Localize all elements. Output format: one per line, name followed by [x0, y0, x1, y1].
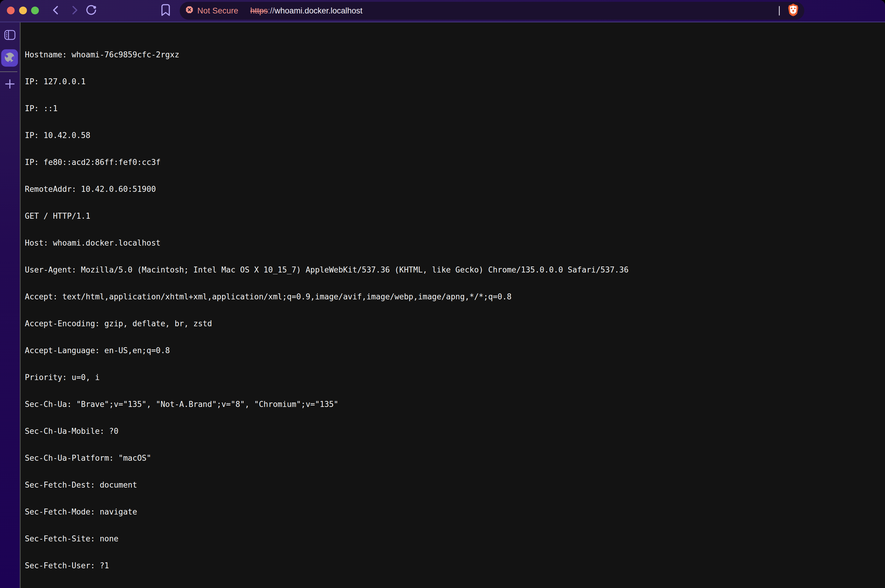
response-line: IP: ::1	[25, 104, 879, 113]
brave-shields-button[interactable]	[787, 4, 799, 18]
response-line: Sec-Fetch-User: ?1	[25, 561, 879, 570]
response-line: RemoteAddr: 10.42.0.60:51900	[25, 184, 879, 194]
new-tab-button[interactable]	[0, 78, 20, 91]
not-secure-octagon-icon	[186, 6, 193, 15]
response-line: Accept-Encoding: gzip, deflate, br, zstd	[25, 319, 879, 328]
reload-button[interactable]	[85, 4, 98, 17]
url-colon: :	[268, 6, 270, 15]
security-badge[interactable]: Not Secure	[186, 6, 238, 15]
response-line: Sec-Ch-Ua-Platform: "macOS"	[25, 453, 879, 462]
url-bar[interactable]: Not Secure https://whoami.docker.localho…	[180, 2, 804, 20]
response-line: Sec-Ch-Ua-Mobile: ?0	[25, 427, 879, 436]
response-line: IP: fe80::acd2:86ff:fef0:cc3f	[25, 158, 879, 167]
response-line: Sec-Ch-Ua: "Brave";v="135", "Not-A.Brand…	[25, 400, 879, 409]
sidebar	[0, 22, 20, 588]
response-line: Host: whoami.docker.localhost	[25, 238, 879, 248]
sidebar-separator	[0, 71, 17, 72]
response-line: Sec-Fetch-Site: none	[25, 534, 879, 543]
response-line: IP: 10.42.0.58	[25, 131, 879, 140]
whoami-response-text: Hostname: whoami-76c9859cfc-2rgxz IP: 12…	[21, 23, 885, 588]
reload-icon	[85, 4, 97, 17]
url-text[interactable]: https://whoami.docker.localhost	[250, 6, 362, 15]
response-line: Sec-Fetch-Mode: navigate	[25, 507, 879, 516]
chevron-right-icon	[69, 5, 79, 16]
response-line: User-Agent: Mozilla/5.0 (Macintosh; Inte…	[25, 266, 879, 274]
plus-icon	[5, 79, 15, 90]
response-line: Sec-Fetch-Dest: document	[25, 480, 879, 489]
url-bar-divider	[779, 6, 780, 15]
not-secure-label: Not Secure	[197, 6, 238, 15]
globe-favicon-icon	[4, 52, 15, 64]
response-line: GET / HTTP/1.1	[25, 212, 879, 220]
traffic-light-close-button[interactable]	[7, 7, 15, 14]
sidebar-active-tab[interactable]	[1, 49, 18, 67]
sidebar-panel-toggle-button[interactable]	[0, 29, 20, 42]
traffic-light-zoom-button[interactable]	[31, 7, 39, 14]
response-line: Accept: text/html,application/xhtml+xml,…	[25, 292, 879, 301]
url-host: whoami.docker.localhost	[275, 6, 362, 15]
response-line: Accept-Language: en-US,en;q=0.8	[25, 346, 879, 355]
forward-button[interactable]	[68, 4, 81, 17]
page-content: Hostname: whoami-76c9859cfc-2rgxz IP: 12…	[21, 23, 885, 588]
chevron-left-icon	[51, 5, 61, 16]
back-button[interactable]	[50, 4, 63, 17]
brave-lion-icon	[787, 3, 799, 18]
response-line: IP: 127.0.0.1	[25, 77, 879, 86]
bookmarks-panel-button[interactable]	[158, 4, 173, 18]
url-slashes: //	[270, 6, 275, 15]
browser-toolbar: Not Secure https://whoami.docker.localho…	[0, 0, 885, 22]
sidebar-panel-icon	[4, 30, 15, 42]
response-line: Hostname: whoami-76c9859cfc-2rgxz	[25, 50, 879, 59]
url-scheme: https	[250, 6, 268, 15]
response-line: Priority: u=0, i	[25, 373, 879, 382]
traffic-light-minimize-button[interactable]	[19, 7, 27, 14]
browser-window: Not Secure https://whoami.docker.localho…	[0, 0, 885, 588]
bookmark-icon	[161, 4, 170, 18]
